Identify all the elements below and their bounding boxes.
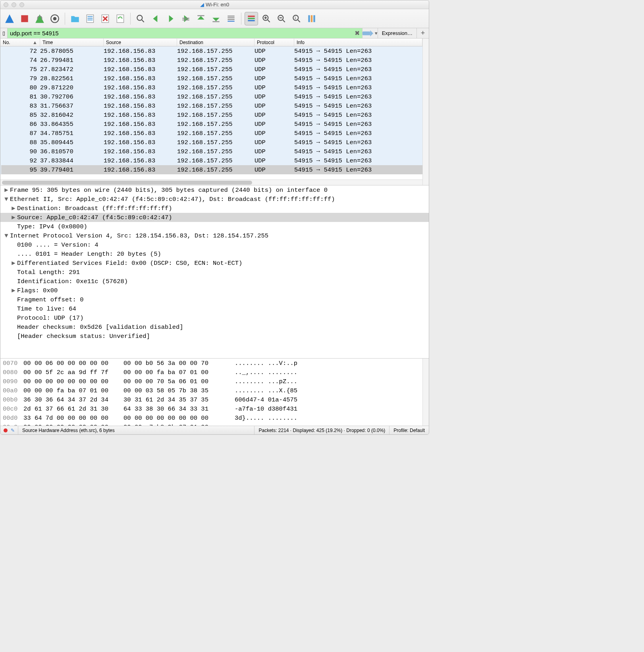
save-file-button[interactable] — [83, 12, 97, 25]
hex-row[interactable]: 00d033 64 7d 00 00 00 00 0000 00 00 00 0… — [0, 413, 422, 422]
expand-tree-icon[interactable] — [10, 314, 17, 322]
expand-tree-icon[interactable] — [10, 296, 17, 303]
expand-tree-icon[interactable]: ▶ — [10, 204, 17, 212]
col-header-info[interactable]: Info — [294, 39, 422, 46]
expand-tree-icon[interactable]: ▼ — [3, 196, 10, 203]
packet-row[interactable]: 7527.823472192.168.156.83192.168.157.255… — [0, 65, 422, 74]
auto-scroll-button[interactable] — [224, 12, 238, 25]
hex-row[interactable]: 00a000 00 00 fa ba 07 01 0000 00 03 58 0… — [0, 386, 422, 395]
expand-tree-icon[interactable] — [10, 223, 17, 230]
hex-vscroll[interactable] — [422, 359, 429, 426]
detail-row[interactable]: ▶Frame 95: 305 bytes on wire (2440 bits)… — [0, 185, 429, 195]
packet-row[interactable]: 8331.756637192.168.156.83192.168.157.255… — [0, 101, 422, 110]
packet-row[interactable]: 8532.816042192.168.156.83192.168.157.255… — [0, 110, 422, 120]
packet-list-body[interactable]: 7225.878055192.168.156.83192.168.157.255… — [0, 46, 422, 179]
packet-row[interactable]: 8633.864355192.168.156.83192.168.157.255… — [0, 120, 422, 129]
col-header-time[interactable]: Time — [40, 39, 104, 46]
status-profile[interactable]: Profile: Default — [389, 426, 429, 434]
packet-list-hscroll[interactable] — [0, 179, 422, 185]
detail-row[interactable]: .... 0101 = Header Length: 20 bytes (5) — [0, 249, 429, 258]
detail-row[interactable]: Protocol: UDP (17) — [0, 313, 429, 322]
open-file-button[interactable] — [68, 12, 82, 25]
expand-tree-icon[interactable]: ▶ — [3, 186, 10, 194]
col-header-source[interactable]: Source — [104, 39, 177, 46]
expand-tree-icon[interactable] — [10, 269, 17, 276]
packet-row[interactable]: 9539.779401192.168.156.83192.168.157.255… — [0, 165, 422, 174]
zoom-in-button[interactable] — [260, 12, 273, 25]
col-header-destination[interactable]: Destination — [177, 39, 255, 46]
clear-filter-button[interactable]: ✖ — [353, 28, 362, 38]
svg-rect-16 — [228, 19, 234, 20]
zoom-out-button[interactable] — [275, 12, 288, 25]
expand-tree-icon[interactable]: ▼ — [3, 232, 10, 239]
packet-row[interactable]: 9036.810570192.168.156.83192.168.157.255… — [0, 147, 422, 156]
detail-row[interactable]: Header checksum: 0x5d26 [validation disa… — [0, 322, 429, 332]
goto-packet-button[interactable] — [179, 12, 193, 25]
expert-info-icon[interactable] — [4, 428, 8, 432]
capture-options-button[interactable] — [48, 12, 62, 25]
svg-point-2 — [53, 17, 57, 20]
expand-tree-icon[interactable] — [10, 333, 17, 340]
detail-row[interactable]: [Header checksum status: Unverified] — [0, 332, 429, 341]
detail-row[interactable]: ▼Ethernet II, Src: Apple_c0:42:47 (f4:5c… — [0, 195, 429, 204]
detail-row[interactable]: Type: IPv4 (0x0800) — [0, 222, 429, 231]
filter-expression-button[interactable]: Expression… — [378, 28, 417, 38]
hex-row[interactable]: 00b036 30 36 64 34 37 2d 3430 31 61 2d 3… — [0, 395, 422, 404]
hex-row[interactable]: 00e000 00 00 00 00 00 00 0000 00 e7 b8 9… — [0, 422, 422, 426]
packet-row[interactable]: 8835.809445192.168.156.83192.168.157.255… — [0, 138, 422, 147]
expand-tree-icon[interactable] — [10, 251, 17, 258]
detail-row[interactable]: Total Length: 291 — [0, 268, 429, 277]
detail-row[interactable]: Time to live: 64 — [0, 304, 429, 313]
packet-row[interactable]: 8029.871220192.168.156.83192.168.157.255… — [0, 83, 422, 92]
hex-row[interactable]: 00c02d 61 37 66 61 2d 31 3064 33 38 30 6… — [0, 404, 422, 413]
expand-tree-icon[interactable] — [10, 324, 17, 331]
detail-row[interactable]: ▶Destination: Broadcast (ff:ff:ff:ff:ff:… — [0, 204, 429, 213]
detail-row[interactable]: ▶Differentiated Services Field: 0x00 (DS… — [0, 258, 429, 268]
packet-row[interactable]: 8130.792706192.168.156.83192.168.157.255… — [0, 92, 422, 101]
packet-row[interactable]: 9237.833844192.168.156.83192.168.157.255… — [0, 156, 422, 165]
expand-tree-icon[interactable]: ▶ — [10, 259, 17, 267]
restart-capture-button[interactable] — [33, 12, 46, 25]
detail-row[interactable]: Fragment offset: 0 — [0, 295, 429, 304]
packet-bytes-pane[interactable]: 007000 00 06 00 00 00 00 0000 00 b0 56 3… — [0, 358, 429, 426]
detail-row[interactable]: Identification: 0xe11c (57628) — [0, 277, 429, 286]
display-filter-input[interactable] — [8, 28, 353, 38]
edit-capture-icon[interactable]: ✎ — [11, 428, 15, 433]
packet-row[interactable]: 7928.822561192.168.156.83192.168.157.255… — [0, 74, 422, 83]
expand-tree-icon[interactable] — [10, 278, 17, 285]
packet-row[interactable]: 8734.785751192.168.156.83192.168.157.255… — [0, 129, 422, 138]
stop-capture-button[interactable] — [18, 12, 31, 25]
detail-row[interactable]: ▶Flags: 0x00 — [0, 286, 429, 295]
find-packet-button[interactable] — [134, 12, 147, 25]
reload-file-button[interactable] — [114, 12, 127, 25]
packet-row[interactable]: 7426.799481192.168.156.83192.168.157.255… — [0, 56, 422, 65]
col-header-no[interactable]: No.▲ — [0, 39, 40, 46]
zoom-reset-button[interactable]: 1 — [290, 12, 303, 25]
expand-tree-icon[interactable] — [10, 241, 17, 249]
detail-row[interactable]: ▶Source: Apple_c0:42:47 (f4:5c:89:c0:42:… — [0, 213, 429, 222]
colorize-button[interactable] — [245, 12, 258, 25]
go-forward-button[interactable] — [164, 12, 177, 25]
hex-row[interactable]: 009000 00 00 00 00 00 00 0000 00 00 70 5… — [0, 377, 422, 386]
hex-row[interactable]: 007000 00 06 00 00 00 00 0000 00 b0 56 3… — [0, 359, 422, 368]
start-capture-button[interactable] — [3, 12, 16, 25]
resize-columns-button[interactable] — [305, 12, 318, 25]
hex-row[interactable]: 008000 00 5f 2c aa 9d ff 7f00 00 00 fa b… — [0, 368, 422, 377]
goto-last-button[interactable] — [209, 12, 223, 25]
go-back-button[interactable] — [149, 12, 162, 25]
detail-row[interactable]: ▼Internet Protocol Version 4, Src: 128.1… — [0, 231, 429, 240]
close-file-button[interactable] — [98, 12, 112, 25]
add-filter-button[interactable]: + — [417, 28, 429, 38]
packet-details-pane[interactable]: ▶Frame 95: 305 bytes on wire (2440 bits)… — [0, 185, 429, 358]
bookmark-filter-icon[interactable]: ▯ — [0, 28, 8, 38]
goto-first-button[interactable] — [194, 12, 208, 25]
packet-list-vscroll[interactable] — [422, 39, 429, 185]
packet-list-header[interactable]: No.▲ Time Source Destination Protocol In… — [0, 39, 422, 46]
packet-row[interactable]: 7225.878055192.168.156.83192.168.157.255… — [0, 46, 422, 56]
expand-tree-icon[interactable]: ▶ — [10, 214, 17, 221]
expand-tree-icon[interactable]: ▶ — [10, 287, 17, 294]
detail-row[interactable]: 0100 .... = Version: 4 — [0, 240, 429, 249]
apply-filter-button[interactable]: ▾ — [362, 28, 378, 38]
col-header-protocol[interactable]: Protocol — [255, 39, 294, 46]
expand-tree-icon[interactable] — [10, 305, 17, 312]
